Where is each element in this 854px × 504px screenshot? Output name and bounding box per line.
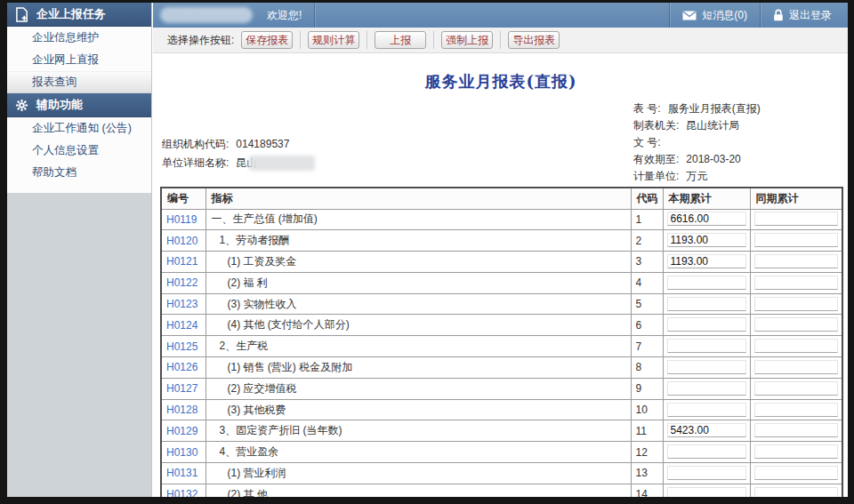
same-period-input[interactable] (754, 381, 839, 396)
meta-value: 014189537 (236, 138, 289, 150)
sidebar-item-personal-settings[interactable]: 个人信息设置 (7, 140, 151, 162)
current-period-input[interactable] (667, 423, 746, 437)
current-period-input[interactable] (667, 381, 746, 396)
current-period-input[interactable] (667, 444, 746, 459)
report-table: 编号 指标 代码 本期累计 同期累计 H0119一、生产总值 (增加值)1H01… (160, 187, 843, 497)
table-row: H0122(2) 福 利4 (161, 272, 842, 293)
current-period-input[interactable] (667, 297, 746, 311)
col-header-id: 编号 (161, 188, 205, 209)
redacted-blur (249, 156, 315, 171)
row-id-link[interactable]: H0129 (166, 425, 197, 437)
row-id-cell: H0120 (161, 230, 205, 252)
mail-icon (682, 11, 697, 20)
row-id-link[interactable]: H0121 (166, 255, 197, 268)
table-row: H0123(3) 实物性收入5 (161, 293, 842, 315)
sidebar-item-work-notice[interactable]: 企业工作通知 (公告) (7, 117, 151, 140)
table-row: H01201、劳动者报酬2 (161, 230, 842, 252)
row-id-cell: H0126 (161, 357, 205, 379)
sidebar-item-enterprise-online-report[interactable]: 企业网上直报 (7, 49, 151, 71)
code-cell: 11 (631, 420, 663, 442)
current-period-input[interactable] (667, 466, 746, 480)
current-period-input[interactable] (667, 403, 746, 417)
same-period-input[interactable] (754, 444, 839, 459)
indicator-cell: (1) 工资及奖金 (205, 252, 631, 273)
indicator-cell: (1) 营业利润 (205, 463, 631, 484)
same-period-input[interactable] (754, 423, 839, 437)
force-submit-button[interactable]: 强制上报 (441, 31, 493, 49)
current-period-input[interactable] (667, 233, 746, 247)
row-id-link[interactable]: H0132 (166, 488, 197, 497)
row-id-link[interactable]: H0126 (166, 361, 197, 373)
meta-value: 服务业月报表(直报) (668, 102, 761, 115)
table-row: H0124(4) 其他 (支付给个人部分)6 (161, 315, 842, 336)
row-id-cell: H0122 (161, 272, 205, 293)
welcome-text: 欢迎您! (267, 8, 302, 23)
same-period-input[interactable] (754, 339, 839, 353)
meta-line: 组织机构代码:014189537 (162, 135, 315, 154)
same-period-cell (750, 442, 842, 463)
same-period-input[interactable] (754, 212, 839, 226)
sidebar-group-aux-functions[interactable]: 辅助功能 (7, 93, 151, 117)
sidebar: 企业上报任务 企业信息维护 企业网上直报 报表查询 辅助功能 企业工作通知 (公… (7, 3, 152, 497)
table-header-row: 编号 指标 代码 本期累计 同期累计 (161, 188, 842, 209)
current-period-cell (663, 357, 750, 379)
current-period-input[interactable] (667, 317, 746, 332)
toolbar: 选择操作按钮: 保存报表规则计算上报强制上报导出报表 (153, 28, 848, 53)
rule-calculate-button[interactable]: 规则计算 (308, 31, 359, 49)
same-period-cell (750, 399, 842, 420)
current-period-cell (663, 378, 750, 399)
toolbar-divider (300, 31, 301, 49)
current-period-cell (663, 209, 750, 230)
table-row: H0121(1) 工资及奖金3 (161, 252, 842, 273)
same-period-input[interactable] (754, 360, 839, 374)
same-period-input[interactable] (754, 487, 839, 498)
row-id-link[interactable]: H0130 (166, 446, 197, 459)
same-period-input[interactable] (754, 297, 839, 311)
report-meta-right: 表 号:服务业月报表(直报)制表机关:昆山统计局文 号:有效期至:2018-03… (633, 100, 761, 185)
report-title: 服务业月报表(直报) (160, 71, 842, 92)
row-id-link[interactable]: H0123 (166, 298, 197, 310)
same-period-input[interactable] (754, 466, 839, 480)
row-id-link[interactable]: H0131 (166, 467, 197, 479)
same-period-input[interactable] (754, 233, 839, 247)
indicator-cell: (4) 其他 (支付给个人部分) (205, 315, 631, 336)
row-id-link[interactable]: H0120 (166, 235, 197, 247)
logout-link[interactable]: 退出登录 (761, 3, 844, 28)
sidebar-group-report-tasks[interactable]: 企业上报任务 (7, 3, 151, 27)
current-period-input[interactable] (667, 360, 746, 374)
row-id-link[interactable]: H0125 (166, 340, 197, 353)
current-period-input[interactable] (667, 254, 746, 268)
row-id-cell: H0123 (161, 293, 205, 315)
current-period-input[interactable] (667, 339, 746, 353)
sidebar-item-report-query[interactable]: 报表查询 (7, 71, 151, 93)
same-period-input[interactable] (754, 276, 839, 290)
sidebar-item-help-docs[interactable]: 帮助文档 (7, 162, 151, 184)
meta-label: 单位详细名称: (162, 156, 229, 169)
indicator-cell: (2) 福 利 (205, 272, 631, 293)
topbar-divider (314, 3, 315, 28)
row-id-link[interactable]: H0127 (166, 382, 197, 395)
row-id-link[interactable]: H0119 (166, 213, 197, 226)
same-period-input[interactable] (754, 403, 839, 417)
current-period-input[interactable] (667, 487, 746, 498)
export-report-button[interactable]: 导出报表 (508, 31, 560, 49)
submit-button[interactable]: 上报 (375, 31, 426, 49)
same-period-input[interactable] (754, 254, 839, 268)
table-row: H0131(1) 营业利润13 (161, 463, 842, 484)
save-report-button[interactable]: 保存报表 (241, 31, 293, 49)
same-period-cell (750, 230, 842, 252)
messages-link[interactable]: 短消息(0) (670, 3, 760, 28)
messages-label: 短消息(0) (702, 8, 747, 23)
sidebar-group-label: 企业上报任务 (36, 6, 106, 22)
same-period-input[interactable] (754, 317, 839, 332)
toolbar-label: 选择操作按钮: (167, 33, 234, 48)
topbar: 欢迎您! 短消息(0) 退出登录 (153, 3, 848, 28)
code-cell: 4 (631, 272, 663, 293)
row-id-link[interactable]: H0122 (166, 276, 197, 289)
row-id-link[interactable]: H0124 (166, 319, 197, 332)
code-cell: 9 (631, 378, 663, 399)
current-period-input[interactable] (667, 276, 746, 290)
row-id-link[interactable]: H0128 (166, 404, 197, 416)
current-period-input[interactable] (667, 212, 746, 226)
sidebar-item-enterprise-info-maintain[interactable]: 企业信息维护 (7, 27, 151, 49)
